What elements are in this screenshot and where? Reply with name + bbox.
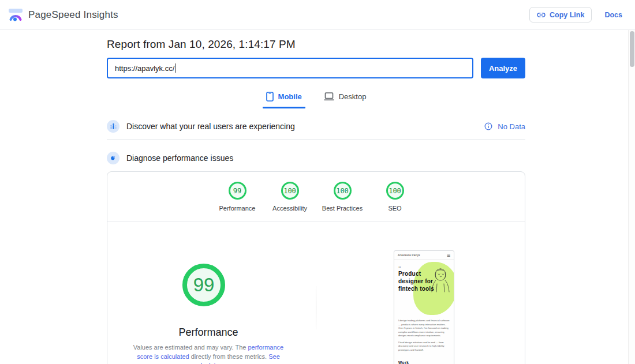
- score-circle: 100: [334, 182, 352, 200]
- score-label: Best Practices: [322, 205, 363, 212]
- section-title: Discover what your real users are experi…: [126, 122, 295, 131]
- score-label: Accessibility: [272, 205, 307, 212]
- score-summary-row: 99 Performance 100 Accessibility 100 Bes…: [107, 172, 525, 212]
- url-value: https://apavlyk.cc/: [115, 64, 174, 73]
- thumbnail-hero: ❛❛ Product designer for fintech tools: [394, 260, 454, 316]
- report-card: 99 Performance 100 Accessibility 100 Bes…: [107, 171, 525, 364]
- real-users-icon: [107, 120, 119, 133]
- analyze-button[interactable]: Analyze: [481, 58, 525, 78]
- desktop-icon: [324, 92, 334, 101]
- copy-link-label: Copy Link: [550, 11, 584, 19]
- field-data-section: Discover what your real users are experi…: [107, 117, 525, 136]
- scrollbar-track[interactable]: [628, 30, 635, 364]
- performance-detail-area: 99 Performance Values are estimated and …: [107, 222, 525, 364]
- tab-mobile[interactable]: Mobile: [263, 88, 305, 108]
- info-icon: [484, 122, 492, 130]
- disclaimer-text: directly from these metrics.: [189, 353, 269, 360]
- performance-gauge-value: 99: [193, 274, 215, 296]
- score-label: Performance: [219, 205, 256, 212]
- thumbnail-site-name: Anastasiia Pavlyk: [398, 254, 420, 257]
- score-item-best-practices[interactable]: 100 Best Practices: [316, 182, 369, 212]
- pagespeed-logo-icon: [8, 8, 23, 22]
- device-tabs: Mobile Desktop: [107, 88, 525, 108]
- page-screenshot-thumbnail[interactable]: Anastasiia Pavlyk ☰: [394, 250, 454, 364]
- tab-mobile-label: Mobile: [278, 92, 302, 101]
- thumbnail-site-header: Anastasiia Pavlyk ☰: [394, 251, 454, 260]
- app-header: PageSpeed Insights Copy Link Docs: [0, 0, 635, 30]
- quote-mark: ❛❛: [398, 265, 450, 269]
- url-row: https://apavlyk.cc/ Analyze: [107, 58, 525, 78]
- disclaimer-text: Values are estimated and may vary. The: [133, 344, 248, 351]
- diagnose-icon: [107, 152, 119, 164]
- thumbnail-paragraph: I design trading platforms and financial…: [394, 319, 454, 338]
- no-data-status[interactable]: No Data: [484, 122, 525, 131]
- score-item-seo[interactable]: 100 SEO: [369, 182, 421, 212]
- main-content: Report from Jan 10, 2026, 1:14:17 PM htt…: [107, 30, 525, 364]
- score-item-accessibility[interactable]: 100 Accessibility: [264, 182, 316, 212]
- mobile-icon: [266, 92, 274, 102]
- performance-gauge-label: Performance: [125, 327, 292, 339]
- app-title: PageSpeed Insights: [28, 9, 118, 21]
- thumbnail-paragraph: I lead design initiatives end-to-end — f…: [394, 341, 454, 352]
- hamburger-icon: ☰: [447, 254, 450, 257]
- score-circle: 100: [386, 182, 404, 200]
- text-cursor: [175, 63, 175, 73]
- thumbnail-work-heading: Work: [394, 361, 454, 364]
- docs-link[interactable]: Docs: [604, 11, 622, 19]
- scrollbar-thumb[interactable]: [630, 31, 634, 67]
- url-input[interactable]: https://apavlyk.cc/: [107, 58, 473, 78]
- performance-gauge[interactable]: 99: [182, 264, 225, 306]
- score-circle: 100: [281, 182, 299, 200]
- thumbnail-heading: Product designer for fintech tools: [398, 270, 443, 292]
- tab-desktop[interactable]: Desktop: [320, 88, 370, 108]
- vertical-divider: [316, 286, 316, 329]
- report-title: Report from Jan 10, 2026, 1:14:17 PM: [107, 38, 525, 51]
- tab-desktop-label: Desktop: [339, 92, 367, 101]
- score-circle: 99: [229, 182, 246, 200]
- copy-link-button[interactable]: Copy Link: [529, 7, 592, 22]
- score-disclaimer: Values are estimated and may vary. The p…: [126, 343, 291, 364]
- score-label: SEO: [388, 205, 401, 212]
- link-icon: [537, 11, 546, 19]
- lab-data-section: Diagnose performance issues: [107, 148, 525, 168]
- section-divider: [107, 139, 525, 140]
- score-item-performance[interactable]: 99 Performance: [211, 182, 264, 212]
- no-data-label: No Data: [498, 122, 525, 131]
- section-title: Diagnose performance issues: [126, 153, 233, 163]
